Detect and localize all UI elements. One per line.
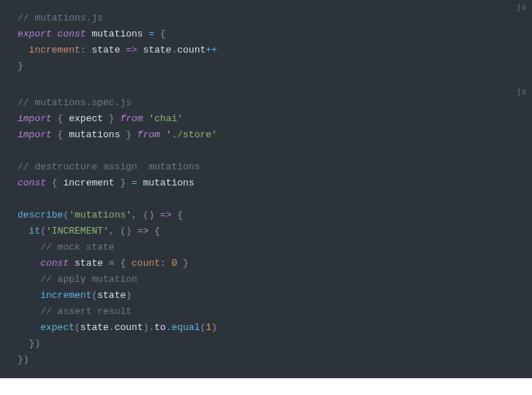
code-token: it	[29, 226, 41, 237]
code-token: (	[200, 322, 206, 333]
code-token	[18, 258, 40, 269]
code-token	[18, 274, 40, 285]
code-token: ++	[206, 45, 218, 55]
code-token: state	[80, 322, 109, 333]
code-token: =	[126, 177, 137, 188]
code-token: // mutations.spec.js	[18, 97, 132, 108]
code-token: to	[154, 322, 166, 333]
code-block-1: js // mutations.js export const mutation…	[0, 0, 532, 85]
code-content: // mutations.js export const mutations =…	[18, 10, 514, 74]
code-token: mutations	[86, 28, 143, 39]
code-token: state	[86, 45, 121, 55]
language-badge: js	[517, 88, 526, 96]
code-token: state	[97, 290, 126, 301]
code-token: increment	[40, 290, 91, 301]
code-token: import	[18, 113, 52, 124]
code-token: 0	[166, 258, 178, 269]
code-token: .	[166, 322, 172, 333]
code-token	[18, 338, 29, 349]
code-token: {	[52, 129, 64, 140]
code-token	[18, 226, 29, 237]
code-token: // mutations.js	[18, 12, 103, 23]
code-token: mutations	[63, 129, 126, 140]
code-token: {	[148, 226, 160, 237]
code-token: (	[75, 322, 80, 333]
code-token: // destructure assign `mutations`	[18, 161, 205, 172]
code-token: }	[109, 113, 115, 124]
code-token: const	[40, 258, 69, 269]
code-token: :	[160, 258, 166, 269]
code-token: })	[29, 338, 41, 349]
code-token	[18, 242, 40, 253]
code-token: =>	[154, 210, 171, 220]
code-token: =	[103, 258, 115, 269]
code-token: )	[126, 290, 132, 301]
code-token: ).	[143, 322, 155, 333]
code-token: export	[18, 28, 52, 39]
code-token: {	[52, 113, 64, 124]
code-token: import	[18, 129, 52, 140]
language-badge: js	[517, 3, 526, 12]
code-token: count	[177, 45, 205, 55]
code-token: ()	[137, 210, 154, 220]
code-token: }	[126, 129, 132, 140]
code-token: (	[40, 226, 46, 237]
code-token: 'INCREMENT'	[46, 226, 109, 237]
code-block-2: js // mutations.spec.js import { expect …	[0, 85, 532, 378]
code-token: {	[46, 177, 58, 188]
code-token: // assert result	[40, 306, 132, 317]
code-token: }	[178, 258, 189, 269]
code-token: const	[18, 177, 46, 188]
code-token: count	[126, 258, 160, 269]
code-token: increment	[58, 177, 121, 188]
code-token: :	[80, 45, 86, 55]
code-token	[18, 306, 40, 317]
code-content: // mutations.spec.js import { expect } f…	[18, 95, 514, 368]
code-token: './store'	[160, 129, 217, 140]
code-token: increment	[29, 45, 80, 55]
code-token: ()	[115, 226, 132, 237]
code-token: // mock state	[40, 242, 114, 253]
code-token: }	[18, 61, 23, 72]
code-token: 'chai'	[143, 113, 183, 124]
code-token	[18, 322, 40, 333]
code-token: 'mutations'	[69, 210, 132, 220]
code-token: .	[109, 322, 115, 333]
code-token: equal	[172, 322, 200, 333]
code-token: =	[143, 28, 155, 39]
code-token: expect	[40, 322, 75, 333]
code-token: =>	[132, 226, 148, 237]
code-token: )	[211, 322, 217, 333]
code-token: from	[132, 129, 160, 140]
code-token: from	[115, 113, 143, 124]
code-token: mutations	[137, 177, 194, 188]
code-token: expect	[63, 113, 108, 124]
code-token	[18, 290, 40, 301]
code-token: const	[52, 28, 86, 39]
code-token: // apply mutation	[40, 274, 137, 285]
code-token	[18, 45, 29, 55]
code-token: state	[137, 45, 172, 55]
code-token: {	[172, 210, 183, 220]
code-token: state	[69, 258, 103, 269]
code-token: ,	[132, 210, 137, 220]
code-token: {	[115, 258, 126, 269]
code-token: ,	[109, 226, 115, 237]
code-token: =>	[120, 45, 137, 55]
code-token: describe	[18, 210, 63, 220]
code-token: })	[18, 354, 29, 365]
code-token: count	[115, 322, 143, 333]
code-token: {	[154, 28, 166, 39]
